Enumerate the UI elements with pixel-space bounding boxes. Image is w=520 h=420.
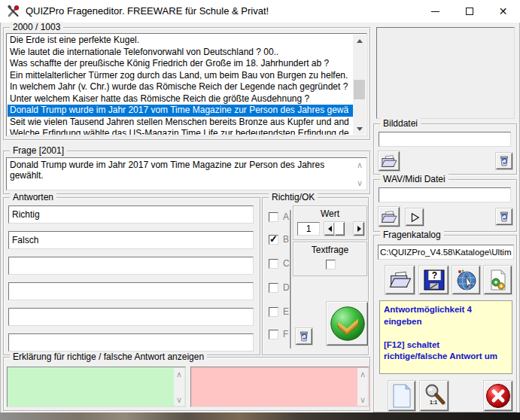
scroll-up-button[interactable] xyxy=(353,35,366,47)
question-list-scrollbar[interactable] xyxy=(353,35,366,135)
antworten-label: Antworten xyxy=(10,192,56,202)
bilddatei-clear-button[interactable] xyxy=(496,153,512,169)
export-catalog-button[interactable] xyxy=(484,266,512,294)
correct-scrollbar[interactable]: ∧ ∨ xyxy=(174,368,184,406)
arrow-down-icon[interactable]: ∨ xyxy=(174,395,184,404)
arrow-up-icon[interactable]: ∧ xyxy=(174,370,184,379)
scroll-down-button[interactable] xyxy=(353,123,366,135)
main-area: 2000 / 1003 Die Erde ist eine perfekte K… xyxy=(0,23,520,412)
open-catalog-button[interactable] xyxy=(385,266,415,294)
web-catalog-button[interactable] xyxy=(452,266,480,294)
bilddatei-label: Bilddatei xyxy=(380,118,421,129)
explanation-wrong-textarea[interactable]: ∧ ∨ xyxy=(190,367,369,407)
fragenkatalog-group: Fragenkatalog ? xyxy=(373,235,517,412)
question-list-item[interactable]: Was schaffte der preußische König Friedr… xyxy=(8,58,353,70)
frage-scroll-down-icon[interactable]: ∨ xyxy=(354,178,365,187)
question-list-item[interactable]: Unter welchem Kaiser hatte das Römische … xyxy=(8,93,353,105)
checkbox-row-b[interactable]: B xyxy=(269,234,289,245)
arrow-down-icon xyxy=(357,127,363,131)
maximize-button[interactable] xyxy=(452,0,486,23)
new-question-button[interactable] xyxy=(388,381,415,411)
answer-input-a[interactable] xyxy=(8,205,254,224)
checkbox-d[interactable] xyxy=(269,283,278,293)
question-count-label: 2000 / 1003 xyxy=(10,22,63,32)
red-x-icon xyxy=(485,382,512,409)
checkbox-row-d[interactable]: D xyxy=(269,282,290,293)
checkbox-row-a[interactable]: A xyxy=(269,212,289,222)
question-list-item[interactable]: Wie lautet die internationale Telefonvor… xyxy=(8,47,353,59)
wert-increase-button[interactable] xyxy=(354,222,364,236)
frage-group: Frage [2001] Donald Trump wurde im Jahr … xyxy=(3,151,370,194)
arrow-up-icon xyxy=(357,39,363,43)
blank-page-icon xyxy=(392,384,412,408)
answer-input-b[interactable] xyxy=(8,231,254,249)
recycle-icon xyxy=(498,211,510,223)
wert-scroll-thumb[interactable] xyxy=(335,222,345,236)
question-listbox[interactable]: Die Erde ist eine perfekte Kugel.Wie lau… xyxy=(8,35,366,135)
confirm-question-button[interactable] xyxy=(327,302,368,345)
close-button[interactable]: ✕ xyxy=(486,0,520,23)
wav-clear-button[interactable] xyxy=(496,208,512,225)
open-folder-icon xyxy=(381,210,397,224)
question-list-item[interactable]: Ein mittelalterlicher Türmer zog durch d… xyxy=(8,70,353,82)
checkbox-row-c[interactable]: C xyxy=(269,258,290,269)
close-icon: ✕ xyxy=(499,5,508,17)
checkbox-row-f[interactable]: F xyxy=(269,329,288,339)
textfrage-checkbox[interactable] xyxy=(326,260,336,269)
answer-input-d[interactable] xyxy=(8,282,254,300)
answer-input-f[interactable] xyxy=(8,333,254,352)
bilddatei-group: Bilddatei xyxy=(373,123,517,175)
wav-midi-input[interactable] xyxy=(379,187,511,202)
save-catalog-button[interactable]: ? xyxy=(419,266,449,294)
explanation-correct-textarea[interactable]: ∧ ∨ xyxy=(7,367,186,407)
checkbox-c[interactable] xyxy=(269,259,278,269)
question-list-item[interactable]: Seit wie vielen Tausend Jahren stellen M… xyxy=(8,117,353,129)
question-count-group: 2000 / 1003 Die Erde ist eine perfekte K… xyxy=(3,27,370,140)
checkbox-row-e[interactable]: E xyxy=(269,306,289,317)
clear-answers-button[interactable] xyxy=(296,328,312,345)
wav-midi-label: WAV/Midi Datei xyxy=(380,174,449,184)
wert-input[interactable] xyxy=(297,222,320,236)
scroll-thumb[interactable] xyxy=(354,80,365,99)
checkbox-b[interactable] xyxy=(269,235,278,245)
question-list-item[interactable]: Donald Trump wurde im Jahr 2017 vom Time… xyxy=(8,105,353,117)
bilddatei-browse-button[interactable] xyxy=(379,151,400,171)
minimize-button[interactable] xyxy=(418,0,452,23)
recycle-icon xyxy=(298,330,310,342)
frage-text[interactable]: Donald Trump wurde im Jahr 2017 vom Time… xyxy=(10,160,351,181)
wrong-scrollbar[interactable]: ∧ ∨ xyxy=(357,368,368,406)
answer-input-e[interactable] xyxy=(8,308,254,326)
checkbox-f[interactable] xyxy=(269,330,278,339)
textfrage-panel: Textfrage xyxy=(293,242,367,276)
close-editor-button[interactable] xyxy=(484,381,512,411)
question-list-item[interactable]: Die Erde ist eine perfekte Kugel. xyxy=(8,35,353,47)
arrow-up-icon[interactable]: ∧ xyxy=(357,370,368,379)
frage-scroll-up-icon[interactable]: ∧ xyxy=(354,160,365,169)
image-preview xyxy=(376,27,515,119)
title-bar: QUIZPro Frageneditor. FREEWARE für Schul… xyxy=(0,0,520,23)
wert-label: Wert xyxy=(293,208,366,219)
wert-decrease-button[interactable] xyxy=(324,222,335,236)
open-folder-icon xyxy=(381,154,397,169)
frage-label: Frage [2001] xyxy=(10,145,67,156)
arrow-right-icon xyxy=(357,226,361,232)
magnifier-icon: 1:1 xyxy=(423,384,445,408)
floppy-save-icon: ? xyxy=(423,269,445,291)
wert-scrollbar[interactable] xyxy=(324,222,364,236)
arrow-down-icon[interactable]: ∨ xyxy=(357,395,368,404)
wav-play-button[interactable] xyxy=(406,208,424,226)
answer-input-c[interactable] xyxy=(8,257,254,275)
checkbox-a[interactable] xyxy=(269,212,278,222)
question-list-item[interactable]: Welche Erfindung wählte das US-Magazin T… xyxy=(8,128,353,135)
wav-browse-button[interactable] xyxy=(379,207,400,227)
preview-question-button[interactable]: 1:1 xyxy=(420,381,449,411)
svg-text:?: ? xyxy=(431,270,436,281)
open-folder-icon xyxy=(389,270,412,290)
recycle-icon xyxy=(498,155,510,167)
window-title: QUIZPro Frageneditor. FREEWARE für Schul… xyxy=(26,0,269,23)
checkbox-e[interactable] xyxy=(269,307,278,317)
bilddatei-input[interactable] xyxy=(379,132,511,147)
question-list-item[interactable]: In welchem Jahr (v. Chr.) wurde das Römi… xyxy=(8,81,353,93)
vertical-divider xyxy=(290,210,291,348)
katalog-path-input[interactable] xyxy=(378,245,514,260)
